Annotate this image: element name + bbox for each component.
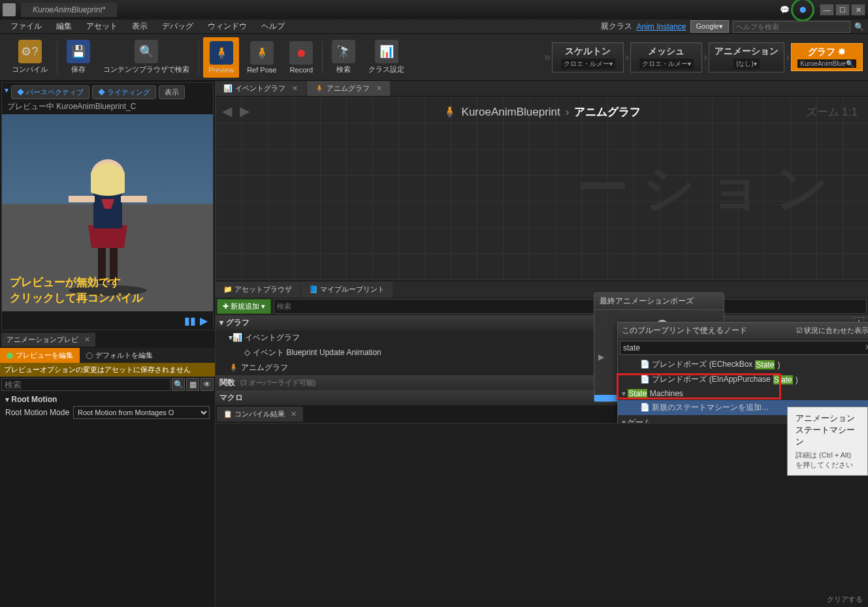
root-motion-mode-label: Root Motion Mode <box>5 408 69 417</box>
refpose-button[interactable]: 🧍Ref Pose <box>242 37 281 78</box>
grid-view-icon[interactable]: ▦ <box>186 378 199 391</box>
mode-breadcrumb: » スケルトンクロエ・ルメー▾ › メッシュクロエ・ルメー▾ › アニメーション… <box>543 42 863 72</box>
menu-view[interactable]: 表示 <box>125 19 154 34</box>
help-search-input[interactable] <box>733 21 850 33</box>
person-icon: 🧍 <box>443 105 457 119</box>
tab-asset-browser[interactable]: 📁 アセットブラウザ <box>216 281 300 298</box>
tooltip: アニメーションステートマシーン 詳細は (Ctrl + Alt) を押してくださ… <box>787 407 868 476</box>
menu-asset[interactable]: アセット <box>80 19 124 34</box>
ctx-search-input[interactable] <box>620 341 868 355</box>
pause-icon[interactable]: ▮▮ <box>184 315 196 327</box>
search-engine-dropdown[interactable]: Google▾ <box>690 20 729 33</box>
clear-results-button[interactable]: クリアする <box>827 595 863 604</box>
zoom-label: ズーム 1:1 <box>806 104 858 119</box>
root-motion-header[interactable]: ▾ Root Motion <box>5 395 210 404</box>
unreal-logo-icon <box>3 3 16 16</box>
character-preview <box>49 140 167 297</box>
ctx-menu-item[interactable]: 📄 ブレンドポーズ (ECheckBoxState) <box>618 357 868 372</box>
menubar: ファイル 編集 アセット 表示 デバッグ ウィンドウ ヘルプ 親クラス Anim… <box>0 20 868 34</box>
viewport-perspective-dropdown[interactable]: ◆ パースペクティブ <box>11 86 89 99</box>
compile-results-panel: クリアする <box>216 423 868 608</box>
play-icon[interactable]: ▶ <box>200 315 208 327</box>
preview-button[interactable]: 🧍Preview <box>203 37 239 78</box>
menu-file[interactable]: ファイル <box>4 19 48 34</box>
preview-invalid-warning[interactable]: プレビューが無効ですクリックして再コンパイル <box>10 275 143 306</box>
parent-class-link[interactable]: Anim Instance <box>636 22 686 31</box>
tab-event-graph[interactable]: 📊 イベントグラフ✕ <box>216 81 306 96</box>
tab-compile-results[interactable]: 📋 コンパイル結果 ✕ <box>217 407 303 422</box>
parent-class-label: 親クラス <box>601 21 632 32</box>
highlight-annotation <box>617 373 781 399</box>
input-pin-icon[interactable]: ▶ <box>598 352 604 362</box>
compile-button[interactable]: ⚙?コンパイル <box>7 37 53 78</box>
minimize-button[interactable]: — <box>820 4 834 16</box>
search-button[interactable]: 🔭検索 <box>327 37 361 78</box>
context-sensitive-checkbox[interactable]: ☑ 状況に合わせた表示 ▸ <box>796 326 868 335</box>
record-button[interactable]: ●Record <box>284 37 318 78</box>
viewport-show-dropdown[interactable]: 表示 <box>159 86 185 99</box>
svg-rect-3 <box>93 193 122 228</box>
final-pose-header: 最終アニメーションポーズ <box>594 293 724 310</box>
document-tab[interactable]: KuroeAnimBlueprint* <box>21 3 117 17</box>
edit-defaults-radio[interactable]: デフォルトを編集 <box>80 348 159 363</box>
edit-preview-radio[interactable]: プレビューを編集 <box>0 348 80 363</box>
ctx-menu-title: このブループリントで使えるノード <box>622 325 747 336</box>
close-button[interactable]: ✕ <box>851 4 865 16</box>
menu-debug[interactable]: デバッグ <box>155 19 200 34</box>
menu-edit[interactable]: 編集 <box>50 19 78 34</box>
preview-save-warning: プレビューオプションの変更はアセットに保存されません <box>0 363 215 377</box>
bc-skeleton[interactable]: スケルトンクロエ・ルメー▾ <box>552 42 624 72</box>
graph-canvas[interactable]: ◀ ▶ 🧍 KuroeAnimBlueprint › アニムグラフ ズーム 1:… <box>216 97 868 281</box>
tab-my-blueprint[interactable]: 📘 マイブループリント <box>301 281 393 298</box>
svg-rect-4 <box>69 196 95 202</box>
chat-icon[interactable]: 💬 <box>780 5 790 14</box>
source-control-icon[interactable]: ⬢ <box>791 0 814 22</box>
search-icon[interactable]: 🔍 <box>172 378 185 391</box>
menu-window[interactable]: ウィンドウ <box>201 19 253 34</box>
bc-animation[interactable]: アニメーション(なし)▾ <box>709 42 784 72</box>
bc-mesh[interactable]: メッシュクロエ・ルメー▾ <box>630 42 702 72</box>
nav-forward-icon[interactable]: ▶ <box>240 103 249 119</box>
find-in-browser-button[interactable]: 🔍コンテンツブラウザで検索 <box>98 37 195 78</box>
graph-watermark: ーション <box>577 153 842 224</box>
blueprint-search-input[interactable] <box>274 299 867 314</box>
svg-rect-5 <box>121 196 147 202</box>
class-settings-button[interactable]: 📊クラス設定 <box>363 37 410 78</box>
toolbar: ⚙?コンパイル 💾保存 🔍コンテンツブラウザで検索 🧍Preview 🧍Ref … <box>0 34 868 81</box>
anim-preview-tab[interactable]: アニメーションプレビ ✕ <box>1 333 95 347</box>
bc-graph[interactable]: グラフ ✸KuroeAnimBlue🔍 <box>791 43 863 71</box>
titlebar: KuroeAnimBlueprint* 💬 ⬢ — ☐ ✕ <box>0 0 868 20</box>
maximize-button[interactable]: ☐ <box>835 4 850 16</box>
visibility-icon[interactable]: 👁 <box>201 378 214 391</box>
preview-viewport[interactable]: ▾ ◆ パースペクティブ ◆ ライティング 表示 プレビュー中 KuroeAni… <box>1 82 214 330</box>
clear-search-icon[interactable]: ✕ <box>865 343 868 352</box>
viewport-lighting-dropdown[interactable]: ◆ ライティング <box>92 86 156 99</box>
tab-anim-graph[interactable]: 🧍 アニムグラフ✕ <box>307 81 390 96</box>
menu-help[interactable]: ヘルプ <box>255 19 291 34</box>
graph-breadcrumb[interactable]: 🧍 KuroeAnimBlueprint › アニムグラフ <box>443 104 641 119</box>
root-motion-mode-select[interactable]: Root Motion from Montages O <box>73 406 210 419</box>
nav-back-icon[interactable]: ◀ <box>222 103 232 119</box>
search-icon[interactable]: 🔍 <box>854 22 864 31</box>
property-search-input[interactable] <box>1 378 170 391</box>
preview-status: プレビュー中 KuroeAnimBlueprint_C <box>7 101 136 112</box>
add-new-button[interactable]: ✚ 新規追加 ▾ <box>217 299 271 314</box>
save-button[interactable]: 💾保存 <box>61 37 95 78</box>
